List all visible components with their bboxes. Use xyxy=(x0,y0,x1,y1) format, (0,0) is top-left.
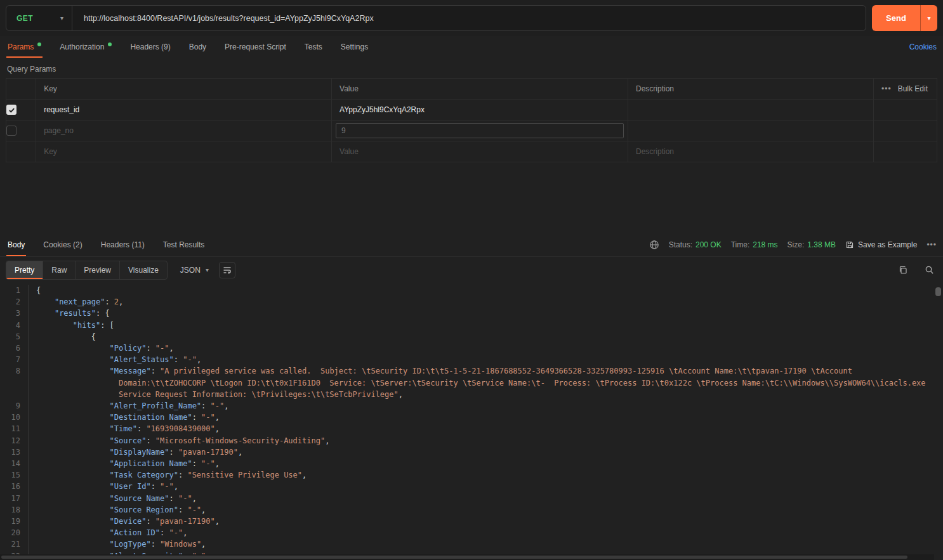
response-tab-test-results[interactable]: Test Results xyxy=(162,233,206,256)
line-number: 13 xyxy=(0,446,28,458)
code-line: "LogType": "Windows", xyxy=(28,538,943,550)
format-select[interactable]: JSON ▾ xyxy=(180,266,209,275)
send-options-button[interactable]: ▾ xyxy=(920,5,937,31)
param-checkbox[interactable] xyxy=(6,105,16,115)
line-number: 16 xyxy=(0,481,28,492)
check-icon xyxy=(8,107,15,114)
save-as-example-button[interactable]: Save as Example xyxy=(845,240,917,249)
line-number: 21 xyxy=(0,538,28,550)
search-icon xyxy=(925,265,934,275)
param-description-cell[interactable] xyxy=(628,100,873,120)
response-tab-headers[interactable]: Headers (11) xyxy=(100,233,146,256)
param-value-cell[interactable]: 9 xyxy=(332,120,628,141)
code-line: "DisplayName": "pavan-17190", xyxy=(28,446,943,458)
code-line: "Policy": "-", xyxy=(28,342,943,354)
tab-label: Tests xyxy=(305,42,322,51)
method-select[interactable]: GET ▾ xyxy=(6,6,72,30)
select-column-header xyxy=(6,79,36,100)
key-column-header: Key xyxy=(36,79,332,100)
bulk-edit-button[interactable]: Bulk Edit xyxy=(898,84,928,93)
view-preview-button[interactable]: Preview xyxy=(76,261,120,279)
code-line-row: 7 "Alert_Status": "-", xyxy=(0,354,943,365)
tab-label: Test Results xyxy=(163,240,204,249)
line-number: 14 xyxy=(0,458,28,469)
param-description-placeholder[interactable]: Description xyxy=(628,141,873,162)
code-line-row: 14 "Application Name": "-", xyxy=(0,458,943,469)
param-key-cell[interactable]: request_id xyxy=(36,100,332,120)
horizontal-scrollbar-track xyxy=(0,554,934,560)
copy-button[interactable] xyxy=(894,262,911,278)
tab-label: Authorization xyxy=(60,42,104,51)
code-line-row: 19 "Device": "pavan-17190", xyxy=(0,516,943,527)
cookies-link[interactable]: Cookies xyxy=(909,36,937,58)
code-line-row: 17 "Source Name": "-", xyxy=(0,493,943,504)
status-badge: Status: 200 OK xyxy=(669,240,722,249)
param-value-cell[interactable]: AYppZyJ5hl9CxYqA2Rpx xyxy=(332,100,628,120)
tab-settings[interactable]: Settings xyxy=(340,36,369,58)
search-button[interactable] xyxy=(921,262,937,278)
code-line-row: 9 "Alert_Profile_Name": "-", xyxy=(0,400,943,412)
copy-icon xyxy=(898,265,907,275)
view-visualize-button[interactable]: Visualize xyxy=(120,261,167,279)
view-raw-button[interactable]: Raw xyxy=(43,261,76,279)
param-description-cell[interactable] xyxy=(628,120,873,141)
tab-tests[interactable]: Tests xyxy=(303,36,324,58)
param-value-input[interactable]: 9 xyxy=(336,123,624,138)
tab-label: Cookies (2) xyxy=(43,240,82,249)
line-number: 8 xyxy=(0,365,28,400)
code-line: "User Id": "-", xyxy=(28,481,943,492)
response-body-code: 1{2 "next_page": 2,3 "results": {4 "hits… xyxy=(0,285,943,560)
green-dot-icon xyxy=(108,42,112,46)
code-line: "Destination Name": "-", xyxy=(28,412,943,423)
tab-label: Body xyxy=(8,240,25,249)
method-label: GET xyxy=(16,14,33,23)
line-number: 20 xyxy=(0,527,28,538)
more-options-icon[interactable]: ••• xyxy=(881,84,892,93)
response-tab-cookies[interactable]: Cookies (2) xyxy=(42,233,83,256)
code-line: "Source Region": "-", xyxy=(28,504,943,516)
response-tab-body[interactable]: Body xyxy=(6,233,26,256)
code-line-row: 18 "Source Region": "-", xyxy=(0,504,943,516)
param-checkbox[interactable] xyxy=(6,126,16,136)
code-line-row: 5 { xyxy=(0,331,943,342)
tab-pre-request-script[interactable]: Pre-request Script xyxy=(223,36,287,58)
param-value-placeholder[interactable]: Value xyxy=(332,141,628,162)
response-body-viewer: 1{2 "next_page": 2,3 "results": {4 "hits… xyxy=(0,283,943,560)
send-button[interactable]: Send xyxy=(872,5,920,31)
line-number: 15 xyxy=(0,469,28,481)
code-line: "Source": "Microsoft-Windows-Security-Au… xyxy=(28,435,943,446)
line-number: 5 xyxy=(0,331,28,342)
code-line-row: 3 "results": { xyxy=(0,308,943,319)
view-pretty-button[interactable]: Pretty xyxy=(6,261,43,279)
response-meta: Status: 200 OK Time: 218 ms Size: 1.38 M… xyxy=(649,233,937,256)
wrap-text-button[interactable] xyxy=(219,262,235,278)
query-params-title: Query Params xyxy=(0,58,943,78)
line-number: 3 xyxy=(0,308,28,319)
code-line: { xyxy=(28,331,943,342)
tab-params[interactable]: Params xyxy=(6,36,43,58)
code-line: { xyxy=(28,285,943,296)
network-globe-icon[interactable] xyxy=(649,240,659,250)
chevron-down-icon: ▾ xyxy=(60,15,63,22)
line-number: 1 xyxy=(0,285,28,296)
code-line-row: 2 "next_page": 2, xyxy=(0,296,943,308)
params-actions-header: ••• Bulk Edit xyxy=(873,79,937,100)
tab-headers[interactable]: Headers (9) xyxy=(129,36,171,58)
value-column-header: Value xyxy=(332,79,628,100)
url-input[interactable] xyxy=(72,6,866,30)
param-key-placeholder[interactable]: Key xyxy=(36,141,332,162)
vertical-scrollbar[interactable] xyxy=(935,287,941,296)
tab-authorization[interactable]: Authorization xyxy=(58,36,113,58)
tab-label: Settings xyxy=(341,42,368,51)
tab-body[interactable]: Body xyxy=(188,36,208,58)
code-line: "Message": "A privileged service was cal… xyxy=(28,365,943,400)
chevron-down-icon: ▾ xyxy=(927,15,930,22)
line-number: 17 xyxy=(0,493,28,504)
param-key-cell[interactable]: page_no xyxy=(36,120,332,141)
more-options-icon[interactable]: ••• xyxy=(927,240,937,249)
horizontal-scrollbar[interactable] xyxy=(1,556,907,559)
param-new-row: Key Value Description xyxy=(6,141,937,162)
response-view-switcher: Pretty Raw Preview Visualize xyxy=(6,261,168,280)
param-row: request_id AYppZyJ5hl9CxYqA2Rpx xyxy=(6,100,937,120)
status-value: 200 OK xyxy=(696,240,722,249)
